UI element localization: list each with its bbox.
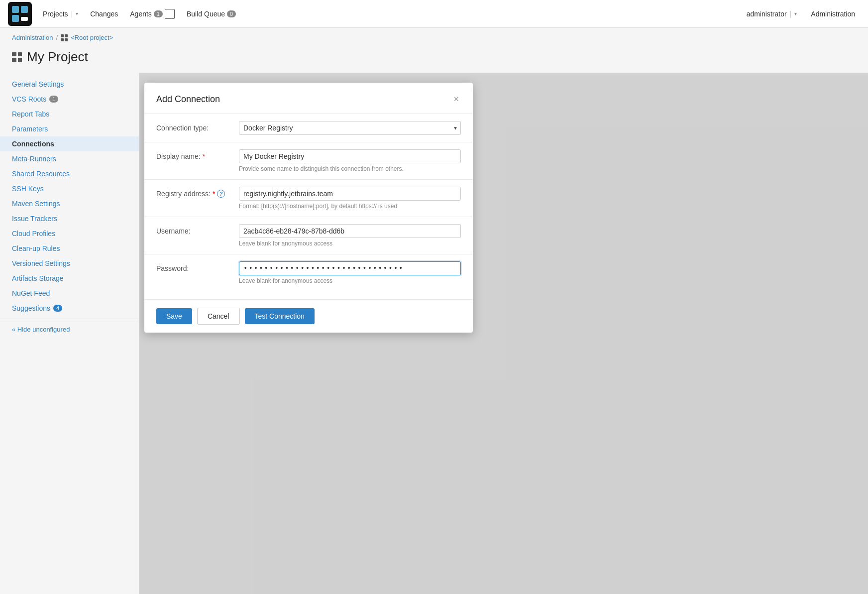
svg-rect-3 [12, 15, 19, 22]
sidebar-item-cloud-profiles[interactable]: Cloud Profiles [0, 226, 139, 241]
build-queue-badge: 0 [227, 10, 236, 17]
svg-rect-4 [21, 17, 28, 21]
sidebar-item-general-settings[interactable]: General Settings [0, 77, 139, 92]
modal-close-button[interactable]: × [451, 93, 461, 106]
modal-header: Add Connection × [144, 83, 473, 114]
nav-agents-label: Agents [130, 10, 152, 18]
agents-square-icon [165, 9, 175, 19]
modal-footer: Save Cancel Test Connection [144, 299, 473, 333]
nav-right: administrator | ▾ Administration [742, 7, 860, 21]
nav-admin-user[interactable]: administrator | ▾ [742, 7, 802, 21]
display-name-input[interactable] [239, 149, 461, 163]
suggestions-badge: 4 [53, 305, 62, 312]
projects-dropdown-icon: ▾ [76, 11, 78, 16]
nav-changes[interactable]: Changes [85, 7, 123, 21]
svg-rect-2 [21, 6, 28, 13]
connection-type-field-wrap: Docker Registry ▾ [239, 121, 461, 135]
sidebar-item-meta-runners[interactable]: Meta-Runners [0, 151, 139, 166]
page-title-area: My Project [0, 45, 868, 73]
admin-user-label: administrator [747, 10, 787, 18]
form-row-password: Password: Leave blank for anonymous acce… [144, 254, 473, 291]
nav-agents[interactable]: Agents 1 [125, 6, 180, 22]
sidebar-item-connections[interactable]: Connections [0, 136, 139, 151]
admin-dropdown-icon: ▾ [794, 11, 797, 16]
nav-changes-label: Changes [90, 10, 118, 18]
sidebar-hide-unconfigured[interactable]: « Hide unconfigured [0, 322, 139, 337]
cancel-button[interactable]: Cancel [197, 308, 240, 325]
sidebar-item-artifacts-storage[interactable]: Artifacts Storage [0, 271, 139, 286]
nav-projects[interactable]: Projects | ▾ [38, 7, 83, 21]
logo-icon[interactable] [8, 2, 32, 26]
nav-administration[interactable]: Administration [806, 7, 860, 21]
modal-overlay: Add Connection × Connection type: Docker… [139, 73, 868, 594]
display-name-field-wrap: Provide some name to distinguish this co… [239, 149, 461, 172]
page-wrapper: Administration / <Root project> My Proje… [0, 28, 868, 594]
sidebar-item-maven-settings[interactable]: Maven Settings [0, 196, 139, 211]
vcs-roots-badge: 1 [49, 96, 58, 103]
nav-pipe: | [71, 10, 73, 18]
form-row-display-name: Display name: * Provide some name to dis… [144, 142, 473, 179]
add-connection-modal: Add Connection × Connection type: Docker… [144, 83, 473, 333]
password-field-wrap: Leave blank for anonymous access [239, 261, 461, 284]
sidebar-item-issue-trackers[interactable]: Issue Trackers [0, 211, 139, 226]
agents-badge: 1 [154, 10, 163, 17]
required-star-2: * [213, 190, 215, 198]
modal-title: Add Connection [156, 94, 220, 105]
password-label: Password: [156, 261, 231, 272]
breadcrumb-admin-link[interactable]: Administration [12, 34, 53, 41]
content-area: Add Connection × Connection type: Docker… [139, 73, 868, 594]
display-name-label: Display name: * [156, 149, 231, 160]
registry-address-input[interactable] [239, 187, 461, 201]
sidebar-item-cleanup-rules[interactable]: Clean-up Rules [0, 241, 139, 256]
modal-body: Connection type: Docker Registry ▾ [144, 114, 473, 299]
main-content: General Settings VCS Roots 1 Report Tabs… [0, 73, 868, 594]
connection-type-select-wrap: Docker Registry ▾ [239, 121, 461, 135]
sidebar-item-versioned-settings[interactable]: Versioned Settings [0, 256, 139, 271]
test-connection-button[interactable]: Test Connection [245, 308, 315, 324]
registry-address-label: Registry address: * ? [156, 187, 231, 198]
sidebar-item-shared-resources[interactable]: Shared Resources [0, 166, 139, 181]
help-icon[interactable]: ? [217, 190, 225, 198]
nav-build-queue[interactable]: Build Queue 0 [182, 7, 241, 21]
nav-projects-label: Projects [43, 10, 68, 18]
sidebar-item-ssh-keys[interactable]: SSH Keys [0, 181, 139, 196]
top-nav: Projects | ▾ Changes Agents 1 Build Queu… [0, 0, 868, 28]
form-row-connection-type: Connection type: Docker Registry ▾ [144, 114, 473, 142]
sidebar-item-vcs-roots[interactable]: VCS Roots 1 [0, 92, 139, 107]
form-row-username: Username: Leave blank for anonymous acce… [144, 217, 473, 254]
breadcrumb: Administration / <Root project> [0, 28, 868, 45]
connection-type-select[interactable]: Docker Registry [239, 121, 461, 135]
svg-rect-0 [8, 2, 32, 26]
root-project-grid-icon [61, 34, 68, 41]
username-field-wrap: Leave blank for anonymous access [239, 224, 461, 247]
save-button[interactable]: Save [156, 308, 192, 324]
svg-rect-1 [12, 6, 19, 13]
registry-address-hint: Format: [http(s)://]hostname[:port], by … [239, 203, 461, 210]
sidebar-item-nuget-feed[interactable]: NuGet Feed [0, 286, 139, 301]
username-input[interactable] [239, 224, 461, 238]
registry-address-field-wrap: Format: [http(s)://]hostname[:port], by … [239, 187, 461, 210]
sidebar-divider [0, 319, 139, 319]
form-row-registry-address: Registry address: * ? Format: [http(s):/… [144, 179, 473, 217]
sidebar-item-report-tabs[interactable]: Report Tabs [0, 107, 139, 121]
build-queue-label: Build Queue [187, 10, 225, 18]
display-name-hint: Provide some name to distinguish this co… [239, 165, 461, 172]
username-hint: Leave blank for anonymous access [239, 240, 461, 247]
required-star: * [203, 152, 205, 160]
password-hint: Leave blank for anonymous access [239, 277, 461, 284]
administration-label: Administration [811, 10, 855, 18]
sidebar: General Settings VCS Roots 1 Report Tabs… [0, 73, 139, 594]
password-input[interactable] [239, 261, 461, 275]
username-label: Username: [156, 224, 231, 235]
breadcrumb-sep: / [56, 34, 58, 41]
breadcrumb-root-project-link[interactable]: <Root project> [71, 34, 113, 41]
sidebar-item-suggestions[interactable]: Suggestions 4 [0, 301, 139, 316]
page-title: My Project [27, 49, 88, 65]
page-title-grid-icon [12, 52, 22, 62]
nav-items: Projects | ▾ Changes Agents 1 Build Queu… [38, 6, 742, 22]
sidebar-item-parameters[interactable]: Parameters [0, 121, 139, 136]
connection-type-label: Connection type: [156, 121, 231, 132]
